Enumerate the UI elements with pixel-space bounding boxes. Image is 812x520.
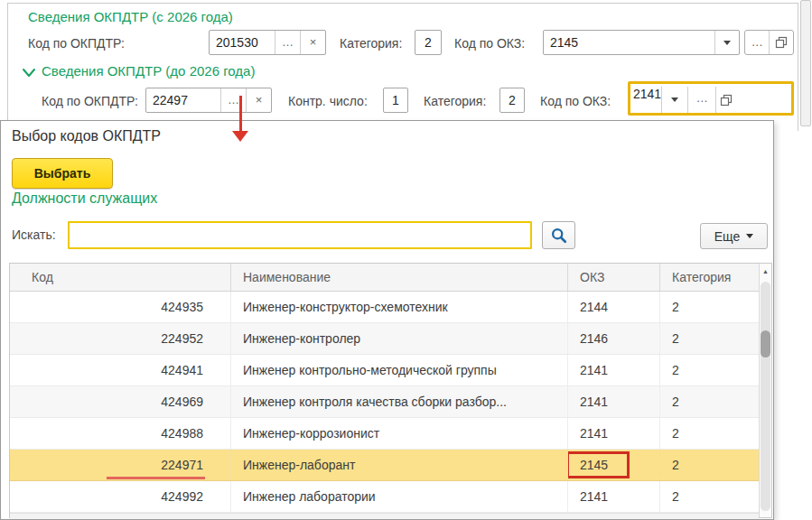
collapse-chevron-icon[interactable]: [22, 68, 36, 79]
category-cell: 2: [660, 323, 759, 354]
dialog-title: Выбор кодов ОКПДТР: [12, 128, 161, 144]
okz-old-field[interactable]: 2141 …: [633, 87, 790, 113]
column-header-cat[interactable]: Категория: [660, 264, 759, 291]
okz-old-value[interactable]: 2141: [633, 87, 661, 113]
chevron-down-icon: [723, 41, 731, 45]
name-cell: Инженер-коррозионист: [231, 418, 568, 449]
table-row[interactable]: 424992Инженер лаборатории21412: [10, 481, 759, 513]
code-cell: 424941: [10, 355, 231, 385]
category-new-label: Категория:: [340, 36, 402, 51]
code-cell: 424992: [10, 481, 231, 512]
name-cell: Инженер контроля качества сборки разбор.…: [231, 386, 568, 417]
okz-new-label: Код по ОКЗ:: [454, 36, 525, 51]
section-title-new[interactable]: Сведения ОКПДТР (с 2026 года): [28, 9, 233, 24]
code-cell: 424969: [10, 386, 231, 417]
category-cell: 2: [660, 481, 759, 512]
group-title[interactable]: Должности служащих: [12, 190, 157, 207]
screen: { "colors": { "green_title": "#14a061", …: [0, 0, 812, 520]
search-button[interactable]: [542, 221, 575, 249]
category-old-field[interactable]: 2: [499, 88, 525, 113]
window-scrollbar[interactable]: [800, 0, 811, 126]
okz-new-field[interactable]: 2145: [543, 30, 740, 55]
code-cell: 424935: [10, 292, 231, 322]
okpdtr-old-label: Код по ОКПДТР:: [42, 94, 138, 108]
name-cell: Инженер-контролер: [231, 323, 568, 354]
scroll-up-button[interactable]: ▲: [760, 268, 771, 274]
code-cell: 424988: [10, 418, 231, 449]
table-header: КодНаименованиеОКЗКатегория: [10, 264, 771, 292]
category-old-value[interactable]: 2: [500, 88, 524, 112]
category-new-value[interactable]: 2: [415, 31, 441, 54]
category-cell: 2: [660, 450, 759, 480]
category-cell: 2: [660, 418, 759, 449]
control-number-field[interactable]: 1: [383, 88, 408, 113]
category-old-label: Категория:: [424, 94, 486, 108]
okz-new-open-button[interactable]: [769, 31, 793, 54]
control-number-label: Контр. число:: [288, 94, 368, 108]
okz-cell: 2146: [568, 323, 660, 354]
okpdtr-new-field[interactable]: 201530 … ×: [209, 30, 326, 55]
control-number-value[interactable]: 1: [384, 88, 407, 112]
table-next-row-partial: [10, 513, 759, 519]
chevron-down-icon: [746, 234, 753, 238]
okpdtr-old-ellipsis-button[interactable]: …: [220, 88, 246, 112]
table-row[interactable]: 424941Инженер контрольно-методической гр…: [10, 355, 759, 386]
column-header-code[interactable]: Код: [10, 264, 231, 291]
table-scrollbar[interactable]: ▲: [759, 264, 771, 517]
search-input[interactable]: [68, 221, 532, 249]
copy-icon: [775, 36, 788, 49]
okz-old-label: Код по ОКЗ:: [540, 94, 611, 108]
more-button-label: Еще: [714, 229, 741, 244]
okz-cell: 2141: [568, 355, 660, 385]
column-header-okz[interactable]: ОКЗ: [568, 264, 660, 291]
okpdtr-new-value[interactable]: 201530: [210, 31, 275, 54]
okz-old-ellipsis-button[interactable]: …: [687, 87, 715, 113]
code-cell: 224971: [10, 450, 231, 480]
okz-cell: 2141: [568, 481, 660, 512]
select-button[interactable]: Выбрать: [12, 158, 113, 189]
category-cell: 2: [660, 355, 759, 385]
okpdtr-old-clear-button[interactable]: ×: [246, 88, 271, 112]
table-row[interactable]: 224971Инженер-лаборант21452: [10, 450, 759, 481]
okpdtr-new-clear-button[interactable]: ×: [300, 31, 325, 54]
category-new-field[interactable]: 2: [415, 30, 442, 55]
annotation-code-underline: [107, 477, 205, 479]
okpdtr-old-value[interactable]: 22497: [146, 88, 220, 112]
okz-cell: 2144: [568, 292, 660, 322]
okz-new-dropdown-button[interactable]: [714, 31, 739, 54]
scrollbar-track[interactable]: [761, 282, 770, 511]
section-title-old[interactable]: Сведения ОКПДТР (до 2026 года): [42, 63, 255, 79]
category-cell: 2: [660, 292, 759, 322]
table-body: 424935Инженер-конструктор-схемотехник214…: [10, 292, 759, 513]
okz-cell: 2145: [568, 450, 660, 480]
more-button[interactable]: Еще: [700, 223, 768, 249]
table-row[interactable]: 424988Инженер-коррозионист21412: [10, 418, 759, 450]
okz-old-open-button[interactable]: [715, 87, 735, 113]
okpdtr-new-ellipsis-button[interactable]: …: [275, 31, 300, 54]
column-header-name[interactable]: Наименование: [231, 264, 568, 291]
okpdtr-old-field[interactable]: 22497 … ×: [145, 88, 272, 113]
okz-old-dropdown-button[interactable]: [661, 87, 687, 113]
copy-icon: [720, 94, 733, 107]
name-cell: Инженер-конструктор-схемотехник: [231, 292, 568, 322]
table-row[interactable]: 424969Инженер контроля качества сборки р…: [10, 386, 759, 418]
search-label: Искать:: [12, 228, 56, 242]
okpdtr-new-label: Код по ОКПДТР:: [28, 36, 125, 51]
scrollbar-thumb[interactable]: [761, 330, 770, 358]
code-cell: 224952: [10, 323, 231, 354]
table-row[interactable]: 424935Инженер-конструктор-схемотехник214…: [10, 292, 759, 323]
name-cell: Инженер лаборатории: [231, 481, 568, 512]
okpdtr-panel: Сведения ОКПДТР (с 2026 года) Код по ОКП…: [7, 3, 798, 131]
okz-cell: 2141: [568, 418, 660, 449]
name-cell: Инженер-лаборант: [231, 450, 568, 480]
name-cell: Инженер контрольно-методической группы: [231, 355, 568, 385]
okz-new-extra-buttons: …: [744, 30, 794, 55]
okz-new-value[interactable]: 2145: [544, 31, 714, 54]
okz-cell: 2141: [568, 386, 660, 417]
chevron-down-icon: [671, 98, 678, 102]
category-cell: 2: [660, 386, 759, 417]
table-row[interactable]: 224952Инженер-контролер21462: [10, 323, 759, 355]
codes-table: КодНаименованиеОКЗКатегория 424935Инжене…: [9, 263, 772, 518]
okz-new-ellipsis-button[interactable]: …: [745, 31, 769, 54]
annotation-okz-red-box: [568, 451, 630, 478]
